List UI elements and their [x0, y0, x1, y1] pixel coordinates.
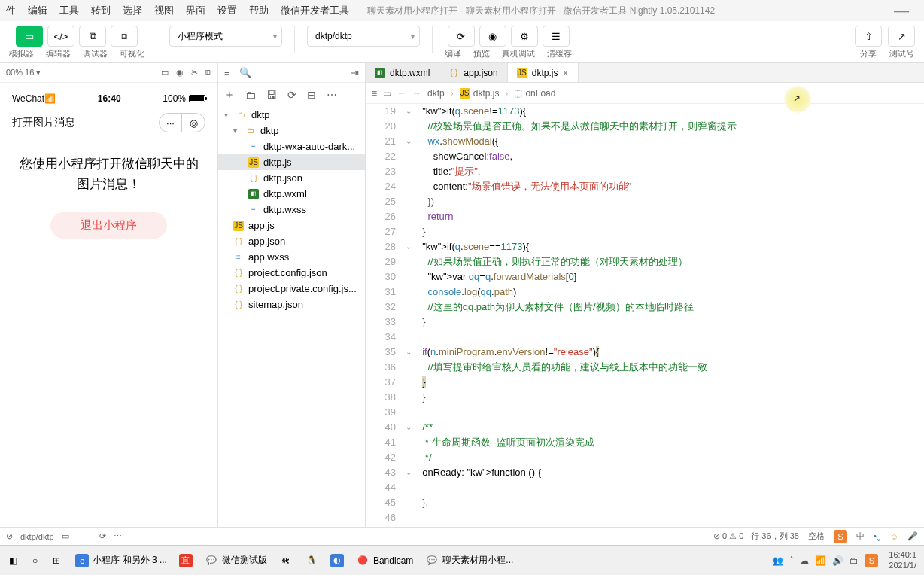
new-file-icon[interactable]: ＋ [224, 88, 235, 102]
status-emoji-icon[interactable]: •ˬ [874, 531, 881, 541]
device-icon[interactable]: ▭ [161, 68, 169, 78]
debugger-toggle[interactable]: ⧉ [79, 26, 106, 47]
menu-转到[interactable]: 转到 [91, 4, 111, 17]
page-path-select[interactable]: dktp/dktp [307, 26, 420, 47]
taskbar-app[interactable]: 🔴Bandicam [350, 551, 419, 570]
cut-icon[interactable]: ✂ [191, 68, 198, 78]
tray-wifi-icon[interactable]: 📶 [815, 555, 826, 566]
tree-file[interactable]: { }project.config.json [218, 265, 365, 281]
taskbar-app[interactable]: e小程序 和另外 3 ... [69, 551, 173, 570]
search-circle-icon[interactable]: ○ [26, 552, 44, 569]
clear-cache-button[interactable]: ☰ [543, 26, 570, 47]
tree-file[interactable]: ◧dktp.wxml [218, 186, 365, 202]
cursor-position[interactable]: 行 36，列 35 [751, 531, 799, 542]
capsule-menu[interactable]: ··· [160, 114, 182, 132]
ime-lang[interactable]: 中 [856, 531, 865, 542]
mode-select[interactable]: 小程序模式 [169, 26, 282, 47]
taskbar-app[interactable]: ◐ [324, 551, 350, 570]
bc-icon[interactable]: ▭ [383, 88, 391, 99]
remote-debug-button[interactable]: ⚙ [511, 26, 538, 47]
explorer-toggle-icon[interactable]: ⇥ [351, 67, 359, 78]
menu-设置[interactable]: 设置 [217, 4, 237, 17]
tree-file[interactable]: { }project.private.config.js... [218, 281, 365, 297]
tree-folder-dktp[interactable]: ▾🗀dktp [218, 123, 365, 138]
menu-编辑[interactable]: 编辑 [28, 4, 47, 17]
status-device-icon[interactable]: ▭ [62, 531, 69, 541]
status-errors[interactable]: ⊘ 0 ⚠ 0 [713, 531, 743, 541]
tray-battery-icon[interactable]: 🗀 [850, 555, 859, 566]
save-icon[interactable]: 🖫 [266, 89, 277, 101]
menu-工具[interactable]: 工具 [59, 4, 79, 17]
clock[interactable]: 16:40:1 2021/1/ [884, 550, 921, 570]
status-path[interactable]: dktp/dktp [20, 532, 54, 541]
preview-button[interactable]: ◉ [479, 26, 506, 47]
menu-件[interactable]: 件 [6, 4, 16, 17]
new-folder-icon[interactable]: 🗀 [245, 89, 256, 101]
tray-volume-icon[interactable]: 🔊 [832, 555, 843, 566]
simulator-toggle[interactable]: ▭ [16, 26, 43, 47]
exit-miniprogram-button[interactable]: 退出小程序 [50, 212, 167, 239]
tree-folder-root[interactable]: ▾🗀dktp [218, 107, 365, 123]
menu-选择[interactable]: 选择 [123, 4, 142, 17]
visual-toggle[interactable]: ⧈ [111, 26, 138, 47]
tab-dktp.wxml[interactable]: ◧dktp.wxml [366, 63, 439, 82]
search-icon[interactable]: 🔍 [239, 67, 251, 78]
tree-file[interactable]: ≡dktp.wxss [218, 202, 365, 218]
ime-icon[interactable]: S [834, 530, 847, 543]
taskbar-app[interactable]: 💬微信测试版 [199, 551, 273, 570]
minimize-button[interactable]: — [885, 2, 918, 20]
tray-onedrive-icon[interactable]: ☁ [800, 555, 809, 566]
forward-icon[interactable]: → [412, 88, 421, 99]
editor-panel: ◧dktp.wxml{ }app.jsonJSdktp.js× ≡ ▭ ← → … [366, 63, 924, 527]
taskbar-app[interactable]: 💬聊天素材用小程... [419, 551, 519, 570]
editor-toggle[interactable]: </> [47, 26, 74, 47]
record-icon[interactable]: ◉ [176, 68, 184, 78]
status-mic-icon[interactable]: 🎤 [907, 531, 918, 541]
crumb-file[interactable]: JSdktp.js [460, 88, 500, 99]
phone-time: 16:40 [98, 93, 121, 104]
window-icon[interactable]: ⧉ [205, 68, 211, 78]
task-view-icon[interactable]: ⊞ [47, 552, 66, 569]
status-sync-icon[interactable]: ⟳ [99, 531, 106, 541]
tab-app.json[interactable]: { }app.json [439, 63, 507, 82]
tray-up-icon[interactable]: ˄ [789, 555, 794, 566]
menu-界面[interactable]: 界面 [186, 4, 205, 17]
tree-file[interactable]: ≡dktp-wxa-auto-dark... [218, 138, 365, 154]
zoom-select[interactable]: 00% 16 ▾ [6, 68, 41, 78]
crumb-symbol[interactable]: ⬚onLoad [514, 88, 555, 99]
crumb-folder[interactable]: dktp [427, 88, 445, 99]
code-editor[interactable]: 1920212223242526272829303132333435363738… [366, 104, 924, 527]
tray-ime-icon[interactable]: S [865, 554, 878, 567]
tree-file[interactable]: { }app.json [218, 233, 365, 249]
test-account-button[interactable]: ↗ [888, 26, 915, 47]
indent-mode[interactable]: 空格 [808, 531, 825, 542]
bc-icon[interactable]: ≡ [372, 88, 377, 99]
tree-file[interactable]: { }dktp.json [218, 170, 365, 186]
tree-file[interactable]: JSdktp.js [218, 154, 365, 170]
refresh-icon[interactable]: ⟳ [287, 89, 296, 101]
taskbar-app[interactable]: 🐧 [299, 551, 324, 570]
tab-dktp.js[interactable]: JSdktp.js× [508, 63, 579, 82]
menu-items: 件编辑工具转到选择视图界面设置帮助微信开发者工具 [6, 4, 349, 17]
capsule-close[interactable]: ◎ [182, 114, 205, 132]
start-icon[interactable]: ◧ [3, 552, 23, 569]
share-button[interactable]: ⇧ [855, 26, 882, 47]
tree-file[interactable]: JSapp.js [218, 218, 365, 233]
collapse-all-icon[interactable]: ⊟ [307, 89, 316, 101]
tree-file[interactable]: ≡app.wxss [218, 249, 365, 265]
taskbar-app[interactable]: 直 [173, 551, 199, 570]
more-icon[interactable]: ⋯ [327, 89, 337, 101]
tray-people-icon[interactable]: 👥 [772, 555, 783, 566]
tree-file[interactable]: { }sitemap.json [218, 297, 365, 312]
status-connection-icon[interactable]: ⊘ [6, 531, 13, 541]
back-icon[interactable]: ← [397, 88, 406, 99]
status-bell-icon[interactable]: ☺ [890, 532, 898, 541]
compile-button[interactable]: ⟳ [448, 26, 475, 47]
menu-微信开发者工具[interactable]: 微信开发者工具 [281, 4, 349, 17]
close-icon[interactable]: × [562, 67, 568, 79]
explorer-collapse-icon[interactable]: ≡ [224, 67, 230, 78]
menu-视图[interactable]: 视图 [154, 4, 174, 17]
status-more-icon[interactable]: ⋯ [114, 531, 122, 541]
menu-帮助[interactable]: 帮助 [249, 4, 269, 17]
taskbar-app[interactable]: 🛠 [273, 551, 299, 570]
